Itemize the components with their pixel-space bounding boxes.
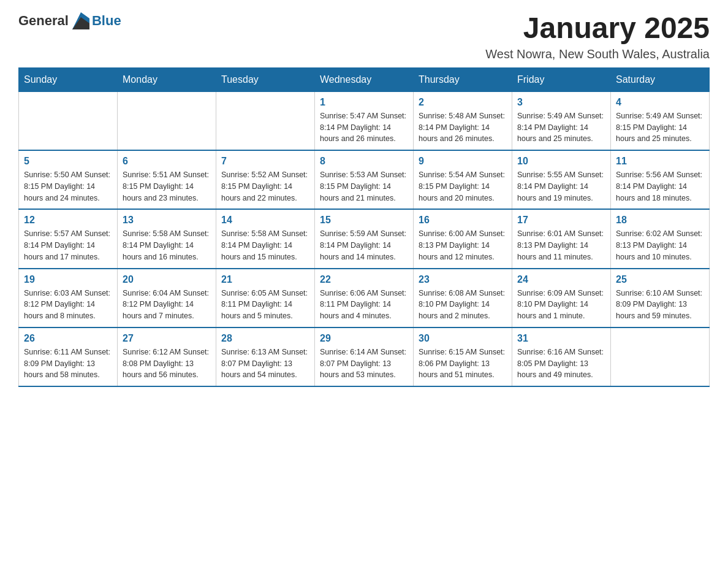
day-number: 1 (320, 97, 408, 108)
day-info: Sunrise: 6:15 AM Sunset: 8:06 PM Dayligh… (419, 347, 507, 381)
day-info: Sunrise: 6:00 AM Sunset: 8:13 PM Dayligh… (419, 228, 507, 262)
day-number: 25 (616, 274, 704, 285)
day-of-week-header: Friday (512, 67, 611, 91)
location-subtitle: West Nowra, New South Wales, Australia (485, 47, 710, 61)
calendar-week-row: 19Sunrise: 6:03 AM Sunset: 8:12 PM Dayli… (19, 269, 710, 327)
day-number: 10 (517, 156, 605, 167)
calendar-week-row: 12Sunrise: 5:57 AM Sunset: 8:14 PM Dayli… (19, 209, 710, 268)
calendar-cell: 21Sunrise: 6:05 AM Sunset: 8:11 PM Dayli… (216, 269, 315, 327)
day-of-week-header: Thursday (414, 67, 512, 91)
day-number: 19 (24, 274, 112, 285)
calendar-cell: 26Sunrise: 6:11 AM Sunset: 8:09 PM Dayli… (19, 327, 118, 386)
day-number: 14 (221, 215, 309, 226)
calendar-cell: 7Sunrise: 5:52 AM Sunset: 8:15 PM Daylig… (216, 150, 315, 209)
calendar-cell: 1Sunrise: 5:47 AM Sunset: 8:14 PM Daylig… (315, 91, 414, 150)
day-info: Sunrise: 6:16 AM Sunset: 8:05 PM Dayligh… (517, 347, 605, 381)
day-info: Sunrise: 6:13 AM Sunset: 8:07 PM Dayligh… (221, 347, 309, 381)
day-number: 28 (221, 333, 309, 344)
day-number: 13 (123, 215, 211, 226)
calendar-cell: 3Sunrise: 5:49 AM Sunset: 8:14 PM Daylig… (512, 91, 611, 150)
day-of-week-header: Saturday (611, 67, 710, 91)
calendar-cell: 27Sunrise: 6:12 AM Sunset: 8:08 PM Dayli… (118, 327, 216, 386)
day-info: Sunrise: 5:58 AM Sunset: 8:14 PM Dayligh… (221, 228, 309, 262)
calendar-cell: 16Sunrise: 6:00 AM Sunset: 8:13 PM Dayli… (414, 209, 512, 268)
day-of-week-header: Monday (118, 67, 216, 91)
day-of-week-header: Sunday (19, 67, 118, 91)
calendar-cell: 22Sunrise: 6:06 AM Sunset: 8:11 PM Dayli… (315, 269, 414, 327)
day-info: Sunrise: 6:05 AM Sunset: 8:11 PM Dayligh… (221, 288, 309, 322)
logo: General Blue (18, 12, 121, 29)
day-info: Sunrise: 5:53 AM Sunset: 8:15 PM Dayligh… (320, 169, 408, 204)
calendar-cell: 30Sunrise: 6:15 AM Sunset: 8:06 PM Dayli… (414, 327, 512, 386)
day-number: 18 (616, 215, 704, 226)
day-info: Sunrise: 6:12 AM Sunset: 8:08 PM Dayligh… (123, 347, 211, 381)
calendar-cell (19, 91, 118, 150)
day-info: Sunrise: 6:01 AM Sunset: 8:13 PM Dayligh… (517, 228, 605, 262)
day-info: Sunrise: 6:10 AM Sunset: 8:09 PM Dayligh… (616, 288, 704, 322)
day-info: Sunrise: 5:49 AM Sunset: 8:14 PM Dayligh… (517, 110, 605, 145)
day-info: Sunrise: 5:48 AM Sunset: 8:14 PM Dayligh… (419, 110, 507, 145)
day-of-week-header: Tuesday (216, 67, 315, 91)
calendar-cell: 15Sunrise: 5:59 AM Sunset: 8:14 PM Dayli… (315, 209, 414, 268)
day-number: 11 (616, 156, 704, 167)
day-number: 26 (24, 333, 112, 344)
month-title: January 2025 (485, 12, 710, 45)
day-info: Sunrise: 6:09 AM Sunset: 8:10 PM Dayligh… (517, 288, 605, 322)
day-number: 3 (517, 97, 605, 108)
day-info: Sunrise: 5:49 AM Sunset: 8:15 PM Dayligh… (616, 110, 704, 145)
title-block: January 2025 West Nowra, New South Wales… (485, 12, 710, 61)
calendar-body: 1Sunrise: 5:47 AM Sunset: 8:14 PM Daylig… (19, 91, 710, 386)
day-number: 30 (419, 333, 507, 344)
day-info: Sunrise: 6:04 AM Sunset: 8:12 PM Dayligh… (123, 288, 211, 322)
day-number: 29 (320, 333, 408, 344)
day-number: 16 (419, 215, 507, 226)
calendar-cell: 12Sunrise: 5:57 AM Sunset: 8:14 PM Dayli… (19, 209, 118, 268)
day-info: Sunrise: 5:52 AM Sunset: 8:15 PM Dayligh… (221, 169, 309, 204)
day-info: Sunrise: 6:06 AM Sunset: 8:11 PM Dayligh… (320, 288, 408, 322)
calendar-week-row: 26Sunrise: 6:11 AM Sunset: 8:09 PM Dayli… (19, 327, 710, 386)
calendar-cell: 10Sunrise: 5:55 AM Sunset: 8:14 PM Dayli… (512, 150, 611, 209)
day-number: 24 (517, 274, 605, 285)
calendar-cell (118, 91, 216, 150)
day-info: Sunrise: 5:47 AM Sunset: 8:14 PM Dayligh… (320, 110, 408, 145)
calendar-cell: 23Sunrise: 6:08 AM Sunset: 8:10 PM Dayli… (414, 269, 512, 327)
day-number: 23 (419, 274, 507, 285)
day-info: Sunrise: 5:50 AM Sunset: 8:15 PM Dayligh… (24, 169, 112, 204)
day-number: 15 (320, 215, 408, 226)
day-info: Sunrise: 5:57 AM Sunset: 8:14 PM Dayligh… (24, 228, 112, 262)
calendar-header: SundayMondayTuesdayWednesdayThursdayFrid… (19, 67, 710, 91)
calendar-cell: 2Sunrise: 5:48 AM Sunset: 8:14 PM Daylig… (414, 91, 512, 150)
day-info: Sunrise: 6:11 AM Sunset: 8:09 PM Dayligh… (24, 347, 112, 381)
day-info: Sunrise: 6:03 AM Sunset: 8:12 PM Dayligh… (24, 288, 112, 322)
day-info: Sunrise: 5:55 AM Sunset: 8:14 PM Dayligh… (517, 169, 605, 204)
day-info: Sunrise: 6:02 AM Sunset: 8:13 PM Dayligh… (616, 228, 704, 262)
day-number: 22 (320, 274, 408, 285)
calendar-cell (216, 91, 315, 150)
day-number: 21 (221, 274, 309, 285)
day-info: Sunrise: 5:54 AM Sunset: 8:15 PM Dayligh… (419, 169, 507, 204)
day-info: Sunrise: 5:58 AM Sunset: 8:14 PM Dayligh… (123, 228, 211, 262)
day-of-week-header: Wednesday (315, 67, 414, 91)
days-of-week-row: SundayMondayTuesdayWednesdayThursdayFrid… (19, 67, 710, 91)
calendar-week-row: 5Sunrise: 5:50 AM Sunset: 8:15 PM Daylig… (19, 150, 710, 209)
calendar-cell: 14Sunrise: 5:58 AM Sunset: 8:14 PM Dayli… (216, 209, 315, 268)
day-number: 8 (320, 156, 408, 167)
day-number: 9 (419, 156, 507, 167)
day-number: 12 (24, 215, 112, 226)
calendar-cell: 11Sunrise: 5:56 AM Sunset: 8:14 PM Dayli… (611, 150, 710, 209)
logo-general: General (18, 13, 69, 29)
calendar-cell: 28Sunrise: 6:13 AM Sunset: 8:07 PM Dayli… (216, 327, 315, 386)
calendar-cell: 9Sunrise: 5:54 AM Sunset: 8:15 PM Daylig… (414, 150, 512, 209)
calendar-cell: 20Sunrise: 6:04 AM Sunset: 8:12 PM Dayli… (118, 269, 216, 327)
day-number: 7 (221, 156, 309, 167)
day-info: Sunrise: 6:08 AM Sunset: 8:10 PM Dayligh… (419, 288, 507, 322)
day-info: Sunrise: 5:51 AM Sunset: 8:15 PM Dayligh… (123, 169, 211, 204)
calendar-cell: 13Sunrise: 5:58 AM Sunset: 8:14 PM Dayli… (118, 209, 216, 268)
day-number: 20 (123, 274, 211, 285)
day-number: 17 (517, 215, 605, 226)
day-number: 27 (123, 333, 211, 344)
page-header: General Blue January 2025 West Nowra, Ne… (18, 12, 710, 61)
calendar-cell: 4Sunrise: 5:49 AM Sunset: 8:15 PM Daylig… (611, 91, 710, 150)
day-number: 4 (616, 97, 704, 108)
calendar-cell: 17Sunrise: 6:01 AM Sunset: 8:13 PM Dayli… (512, 209, 611, 268)
